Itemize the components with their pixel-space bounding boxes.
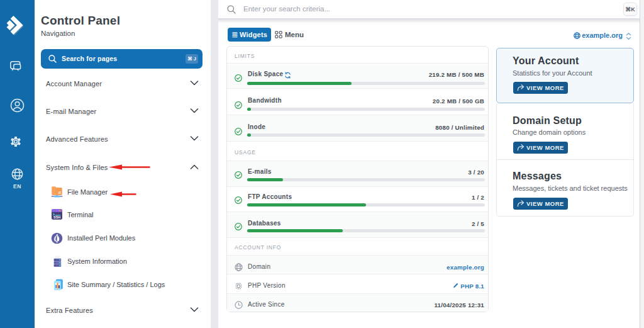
svg-text:SSH: SSH <box>53 215 60 219</box>
